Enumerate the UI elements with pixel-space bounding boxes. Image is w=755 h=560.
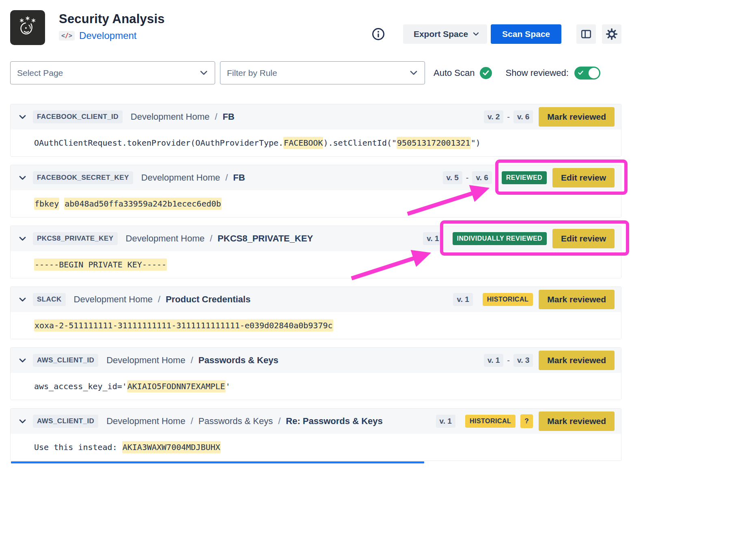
- show-reviewed-toggle[interactable]: [574, 67, 600, 80]
- finding-header: PKCS8_PRIVATE_KEY Development Home/PKCS8…: [11, 226, 621, 251]
- breadcrumb-separator: /: [210, 233, 212, 244]
- breadcrumb-item[interactable]: Development Home: [141, 172, 220, 183]
- breadcrumb-item[interactable]: Re: Passwords & Keys: [286, 416, 382, 426]
- breadcrumb-item[interactable]: Development Home: [126, 233, 205, 244]
- breadcrumb: Development Home/FB: [131, 112, 235, 122]
- breadcrumb-item[interactable]: Development Home: [106, 355, 185, 366]
- code-snippet: -----BEGIN PRIVATE KEY-----: [34, 260, 167, 269]
- version-separator: -: [466, 173, 469, 183]
- help-badge[interactable]: ?: [520, 414, 533, 428]
- code-text: ).setClientId(": [323, 138, 397, 148]
- show-reviewed-label: Show reviewed:: [506, 68, 569, 78]
- secret-highlight: ab048ad50ffa33959a242b1ecec6ed0b: [64, 198, 221, 210]
- breadcrumb-item[interactable]: Development Home: [106, 416, 185, 426]
- breadcrumb-item[interactable]: PKCS8_PRIVATE_KEY: [218, 233, 313, 244]
- header-actions: Export Space Scan Space: [371, 24, 621, 44]
- export-space-button[interactable]: Export Space: [403, 24, 487, 44]
- secret-highlight: 950513172001321: [397, 137, 471, 149]
- cut-off-element: [11, 461, 424, 463]
- breadcrumb-separator: /: [215, 112, 217, 122]
- auto-scan-label: Auto Scan: [434, 68, 475, 78]
- version-separator: -: [507, 356, 510, 365]
- detail-view-button[interactable]: [576, 24, 596, 44]
- expand-chevron-icon[interactable]: [19, 419, 26, 424]
- finding-header: FACEBOOK_CLIENT_ID Development Home/FB v…: [11, 104, 621, 129]
- filter-by-rule-placeholder: Filter by Rule: [227, 68, 410, 78]
- version-range: v. 1-v. 3: [484, 354, 533, 367]
- breadcrumb-item[interactable]: Product Credentials: [166, 294, 250, 305]
- version-range: v. 1: [423, 232, 442, 245]
- face-with-stars-icon: [15, 15, 40, 40]
- toggle-knob: [589, 68, 599, 78]
- breadcrumb-item[interactable]: FB: [222, 112, 234, 122]
- code-snippet: OAuthClientRequest.tokenProvider(OAuthPr…: [34, 138, 481, 148]
- breadcrumb-item[interactable]: Development Home: [131, 112, 209, 122]
- rule-badge: PKCS8_PRIVATE_KEY: [33, 232, 118, 245]
- breadcrumb-item[interactable]: Development Home: [74, 294, 153, 305]
- expand-chevron-icon[interactable]: [19, 358, 26, 363]
- code-text: aws_access_key_id=': [34, 381, 127, 391]
- code-text: Use this instead:: [34, 442, 122, 452]
- select-page-dropdown[interactable]: Select Page: [10, 61, 215, 84]
- breadcrumb-separator: /: [225, 172, 228, 183]
- title-block: Security Analysis </> Development: [59, 10, 165, 45]
- version-badge: v. 1: [436, 415, 455, 428]
- breadcrumb-separator: /: [158, 294, 160, 305]
- status-badges: REVIEWED: [502, 171, 547, 184]
- version-badge: v. 1: [453, 293, 472, 306]
- version-range: v. 1: [453, 293, 472, 306]
- breadcrumb: Development Home/Passwords & Keys/Re: Pa…: [106, 416, 383, 426]
- finding-card: FACEBOOK_SECRET_KEY Development Home/FB …: [10, 165, 621, 218]
- filter-by-rule-dropdown[interactable]: Filter by Rule: [220, 61, 425, 84]
- breadcrumb-item[interactable]: Passwords & Keys: [198, 416, 273, 426]
- breadcrumb: Development Home/PKCS8_PRIVATE_KEY: [126, 233, 313, 244]
- secret-highlight: AKIA3WAXW7004MDJBUHX: [122, 441, 221, 453]
- action-button[interactable]: Mark reviewed: [539, 351, 615, 370]
- filter-toolbar: Select Page Filter by Rule Auto Scan Sho…: [10, 61, 621, 84]
- action-button[interactable]: Edit review: [552, 168, 615, 187]
- expand-chevron-icon[interactable]: [19, 297, 26, 302]
- version-badge: v. 3: [513, 354, 533, 367]
- info-icon[interactable]: [371, 27, 385, 41]
- version-range: v. 5-v. 6: [443, 171, 492, 184]
- version-range: v. 1: [436, 415, 455, 428]
- page-title: Security Analysis: [59, 12, 165, 26]
- secret-highlight: xoxa-2-511111111-31111111111-31111111111…: [34, 319, 333, 332]
- finding-body: -----BEGIN PRIVATE KEY-----: [11, 251, 621, 278]
- chevron-down-icon: [200, 71, 207, 75]
- expand-chevron-icon[interactable]: [19, 176, 26, 180]
- scan-space-button[interactable]: Scan Space: [491, 24, 561, 44]
- rule-badge: AWS_CLIENT_ID: [33, 415, 98, 428]
- finding-header: AWS_CLIENT_ID Development Home/Passwords…: [11, 348, 621, 373]
- chevron-down-icon: [410, 71, 417, 75]
- finding-body: Use this instead: AKIA3WAXW7004MDJBUHX: [11, 434, 621, 461]
- status-badge: INDIVIDUALLY REVIEWED: [453, 232, 547, 245]
- status-badge: REVIEWED: [502, 171, 547, 184]
- check-circle-icon: [480, 67, 492, 79]
- finding-card: FACEBOOK_CLIENT_ID Development Home/FB v…: [10, 104, 621, 157]
- breadcrumb: Development Home/Product Credentials: [74, 294, 251, 305]
- breadcrumb-separator: /: [278, 416, 280, 426]
- code-text: OAuthClientRequest.tokenProvider(OAuthPr…: [34, 138, 283, 148]
- action-button[interactable]: Mark reviewed: [539, 107, 615, 127]
- breadcrumb: Development Home/Passwords & Keys: [106, 355, 278, 366]
- panel-layout-icon: [580, 28, 592, 40]
- rule-badge: FACEBOOK_SECRET_KEY: [33, 171, 133, 184]
- secret-highlight: -----BEGIN PRIVATE KEY-----: [34, 258, 167, 271]
- expand-chevron-icon[interactable]: [19, 115, 26, 119]
- settings-button[interactable]: [602, 24, 621, 44]
- rule-badge: AWS_CLIENT_ID: [33, 354, 98, 367]
- action-button[interactable]: Mark reviewed: [539, 411, 615, 431]
- breadcrumb-item[interactable]: Passwords & Keys: [198, 355, 278, 366]
- space-link[interactable]: Development: [79, 30, 136, 41]
- version-badge: v. 6: [513, 110, 533, 123]
- finding-body: xoxa-2-511111111-31111111111-31111111111…: [11, 312, 621, 339]
- expand-chevron-icon[interactable]: [19, 237, 26, 241]
- version-badge: v. 5: [443, 171, 462, 184]
- finding-card: PKCS8_PRIVATE_KEY Development Home/PKCS8…: [10, 226, 621, 278]
- breadcrumb-item[interactable]: FB: [233, 172, 245, 183]
- code-snippet: fbkey ab048ad50ffa33959a242b1ecec6ed0b: [34, 199, 222, 209]
- auto-scan-status: Auto Scan: [434, 67, 492, 79]
- action-button[interactable]: Mark reviewed: [539, 290, 615, 309]
- action-button[interactable]: Edit review: [552, 229, 615, 248]
